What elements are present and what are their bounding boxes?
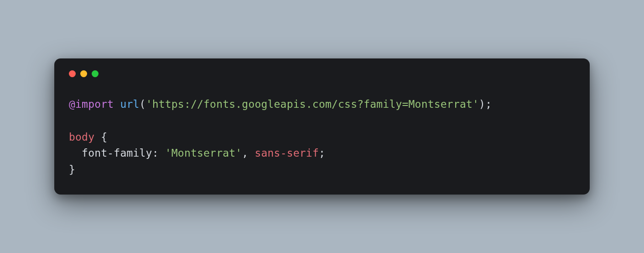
open-brace: { (101, 131, 107, 143)
code-window: @import url('https://fonts.googleapis.co… (54, 58, 590, 194)
window-titlebar (69, 70, 575, 77)
montserrat-value: 'Montserrat' (165, 147, 242, 159)
font-family-property: font-family (82, 147, 152, 159)
semicolon: ; (319, 147, 325, 159)
semicolon: ; (485, 98, 492, 110)
close-paren: ) (479, 98, 485, 110)
url-function: url (120, 98, 139, 110)
url-string: 'https://fonts.googleapis.com/css?family… (146, 98, 479, 110)
body-selector: body (69, 131, 94, 143)
colon: : (152, 147, 159, 159)
code-block: @import url('https://fonts.googleapis.co… (69, 96, 575, 178)
open-paren: ( (140, 98, 146, 110)
space (248, 147, 254, 159)
at-import-keyword: @import (69, 98, 114, 110)
close-brace: } (69, 163, 75, 175)
space (159, 147, 165, 159)
maximize-icon[interactable] (92, 70, 99, 77)
minimize-icon[interactable] (80, 70, 87, 77)
space (94, 131, 101, 143)
sans-serif-keyword: sans-serif (254, 147, 318, 159)
comma: , (242, 147, 248, 159)
close-icon[interactable] (69, 70, 76, 77)
space (114, 98, 120, 110)
indent (69, 147, 82, 159)
